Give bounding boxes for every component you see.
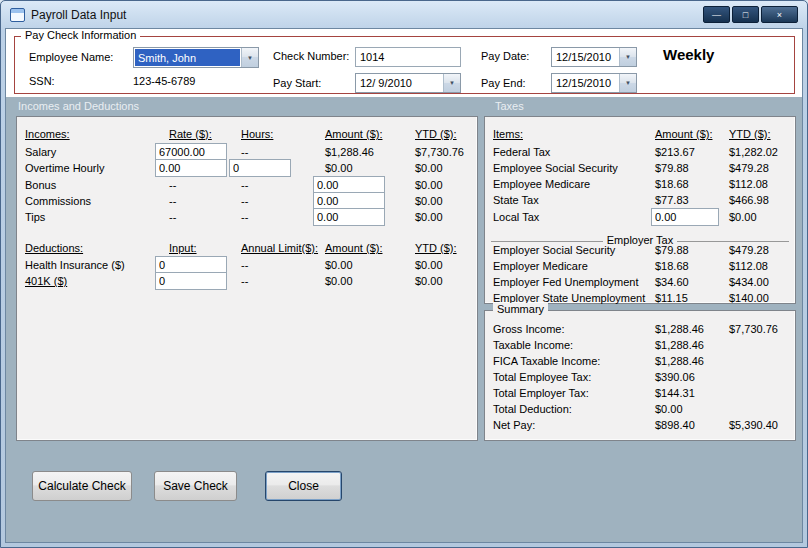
row-amount: $34.60 xyxy=(655,276,689,288)
row-ytd: $479.28 xyxy=(729,244,769,256)
row-amount: $1,288.46 xyxy=(655,355,704,367)
row-amount: $79.88 xyxy=(655,162,689,174)
commissions-rate: -- xyxy=(169,195,176,207)
check-number-label: Check Number: xyxy=(273,50,349,62)
pay-end-value: 12/15/2010 xyxy=(552,74,619,92)
row-label: Total Employee Tax: xyxy=(493,371,591,383)
pay-start-label: Pay Start: xyxy=(273,77,321,89)
row-label: Health Insurance ($) xyxy=(25,259,125,271)
incomes-deductions-panel: Incomes: Rate ($): Hours: Amount ($): YT… xyxy=(16,116,478,441)
tips-amount-input[interactable] xyxy=(313,208,385,226)
employee-name-value: Smith, John xyxy=(135,49,240,66)
amount-col-header: Amount ($): xyxy=(655,128,712,140)
paycheck-info-group: Pay Check Information Employee Name: Smi… xyxy=(14,36,795,94)
incomes-header-row: Incomes: Rate ($): Hours: Amount ($): YT… xyxy=(17,127,477,143)
commissions-hours: -- xyxy=(241,195,248,207)
row-amount: $1,288.46 xyxy=(655,323,704,335)
employer-tax-divider: Employer Tax xyxy=(491,241,789,242)
row-label: Bonus xyxy=(25,179,56,191)
row-ytd: $434.00 xyxy=(729,276,769,288)
employee-name-dropdown[interactable]: Smith, John ▼ xyxy=(133,47,259,68)
summary-row-total-deduction: Total Deduction: $0.00 xyxy=(485,402,795,418)
close-button[interactable]: Close xyxy=(265,471,342,501)
row-label: Federal Tax xyxy=(493,146,550,158)
row-ytd: $112.08 xyxy=(729,178,768,190)
tax-row-employer-medicare: Employer Medicare $18.68 $112.08 xyxy=(485,259,795,275)
401k-limit: -- xyxy=(241,275,248,287)
chevron-down-icon[interactable]: ▼ xyxy=(619,48,636,66)
row-label: Net Pay: xyxy=(493,419,535,431)
pay-date-label: Pay Date: xyxy=(481,50,529,62)
deductions-header-row: Deductions: Input: Annual Limit($): Amou… xyxy=(17,241,477,257)
titlebar[interactable]: Payroll Data Input — □ × xyxy=(1,1,807,28)
chevron-down-icon[interactable]: ▼ xyxy=(443,74,460,92)
save-check-button[interactable]: Save Check xyxy=(154,471,237,501)
pay-end-label: Pay End: xyxy=(481,77,526,89)
rate-col-header: Rate ($): xyxy=(169,128,212,140)
income-row-tips: Tips -- -- $0.00 xyxy=(17,210,477,226)
row-ytd: $479.28 xyxy=(729,162,769,174)
row-label: Employer Social Security xyxy=(493,244,615,256)
row-label: Taxable Income: xyxy=(493,339,573,351)
row-label: Employee Social Security xyxy=(493,162,618,174)
row-ytd: $7,730.76 xyxy=(729,323,778,335)
salary-amount: $1,288.46 xyxy=(325,146,374,158)
row-amount: $390.06 xyxy=(655,371,695,383)
row-ytd: $1,282.02 xyxy=(729,146,778,158)
row-amount: $144.31 xyxy=(655,387,695,399)
app-icon xyxy=(10,8,25,22)
chevron-down-icon[interactable]: ▼ xyxy=(619,74,636,92)
bonus-ytd: $0.00 xyxy=(415,179,443,191)
summary-row-gross-income: Gross Income: $1,288.46 $7,730.76 xyxy=(485,322,795,338)
overtime-rate-input[interactable] xyxy=(155,159,227,177)
row-label-401k-link[interactable]: 401K ($) xyxy=(25,275,67,287)
maximize-button[interactable]: □ xyxy=(732,6,759,23)
row-amount: $11.15 xyxy=(655,292,688,304)
summary-row-fica-taxable-income: FICA Taxable Income: $1,288.46 xyxy=(485,354,795,370)
row-label: Total Employer Tax: xyxy=(493,387,589,399)
employee-name-label: Employee Name: xyxy=(29,51,113,63)
section-header-incomes: Incomes and Deductions xyxy=(18,100,139,112)
row-amount: $79.88 xyxy=(655,244,689,256)
ytd-col-header: YTD ($): xyxy=(415,128,457,140)
401k-amount: $0.00 xyxy=(325,275,353,287)
tax-row-state: State Tax $77.83 $466.98 xyxy=(485,193,795,209)
summary-row-taxable-income: Taxable Income: $1,288.46 xyxy=(485,338,795,354)
row-ytd: $112.08 xyxy=(729,260,768,272)
deductions-col-header: Deductions: xyxy=(25,242,83,254)
local-tax-input[interactable] xyxy=(651,208,719,226)
close-window-button[interactable]: × xyxy=(761,6,798,23)
tax-row-emp-medicare: Employee Medicare $18.68 $112.08 xyxy=(485,177,795,193)
row-amount: $77.83 xyxy=(655,194,689,206)
commissions-ytd: $0.00 xyxy=(415,195,443,207)
overtime-amount: $0.00 xyxy=(325,162,353,174)
pay-date-picker[interactable]: 12/15/2010 ▼ xyxy=(551,47,637,67)
salary-ytd: $7,730.76 xyxy=(415,146,464,158)
overtime-hours-input[interactable] xyxy=(229,159,291,177)
row-label: Salary xyxy=(25,146,56,158)
pay-frequency-label: Weekly xyxy=(663,46,714,63)
summary-row-total-employer-tax: Total Employer Tax: $144.31 xyxy=(485,386,795,402)
summary-row-total-employee-tax: Total Employee Tax: $390.06 xyxy=(485,370,795,386)
health-limit: -- xyxy=(241,259,248,271)
hours-col-header: Hours: xyxy=(241,128,273,140)
row-label: Gross Income: xyxy=(493,323,565,335)
ytd-col-header: YTD ($): xyxy=(729,128,771,140)
amount-col-header: Amount ($): xyxy=(325,128,382,140)
pay-end-picker[interactable]: 12/15/2010 ▼ xyxy=(551,73,637,93)
deduction-row-401k: 401K ($) -- $0.00 $0.00 xyxy=(17,274,477,290)
401k-input[interactable] xyxy=(155,272,227,290)
chevron-down-icon[interactable]: ▼ xyxy=(241,48,258,67)
row-label: State Tax xyxy=(493,194,539,206)
maximize-icon: □ xyxy=(743,10,748,20)
annual-limit-col-header: Annual Limit($): xyxy=(241,242,318,254)
minimize-button[interactable]: — xyxy=(703,6,730,23)
calculate-check-button[interactable]: Calculate Check xyxy=(32,471,132,501)
bonus-rate: -- xyxy=(169,179,176,191)
ssn-value: 123-45-6789 xyxy=(133,75,195,87)
taxes-header-row: Items: Amount ($): YTD ($): xyxy=(485,127,795,143)
pay-start-value: 12/ 9/2010 xyxy=(356,74,443,92)
check-number-input[interactable] xyxy=(355,47,461,67)
taxes-panel: Items: Amount ($): YTD ($): Federal Tax … xyxy=(484,116,796,304)
pay-start-picker[interactable]: 12/ 9/2010 ▼ xyxy=(355,73,461,93)
